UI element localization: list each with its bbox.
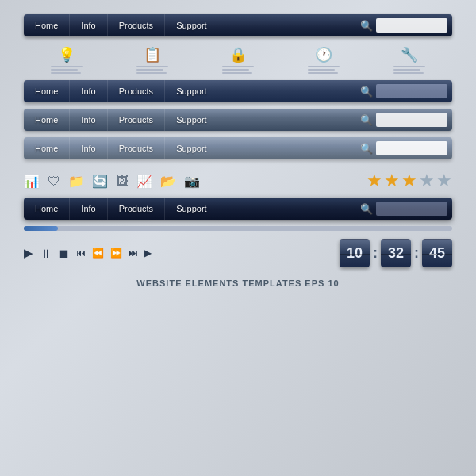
nav-info-3[interactable]: Info bbox=[70, 109, 107, 131]
wrench-icon: 🔧 bbox=[401, 46, 418, 63]
skip-back-button[interactable]: ⏮ bbox=[76, 248, 86, 259]
icon-lines-4 bbox=[308, 66, 340, 74]
progress-fill bbox=[24, 226, 58, 231]
nav-bar-4: Home Info Products Support 🔍 bbox=[24, 137, 452, 159]
fast-forward-button[interactable]: ⏩ bbox=[110, 248, 122, 259]
cd-sep-2: : bbox=[414, 245, 419, 262]
line bbox=[51, 72, 81, 74]
icon-row-2: 📊 🛡 📁 🔄 🖼 📈 📂 📷 bbox=[24, 169, 367, 193]
icon-group-clock: 🕐 bbox=[308, 46, 340, 74]
nav-home-5[interactable]: Home bbox=[24, 198, 70, 220]
icon-lines-2 bbox=[136, 66, 168, 74]
star-rating: ★ ★ ★ ★ ★ bbox=[367, 171, 452, 191]
lock-icon: 🔒 bbox=[229, 46, 247, 63]
nav-support-1[interactable]: Support bbox=[165, 14, 218, 36]
search-input-5[interactable] bbox=[376, 202, 447, 216]
nav-search-2: 🔍 bbox=[360, 84, 452, 98]
nav-products-4[interactable]: Products bbox=[108, 137, 165, 159]
star-4: ★ bbox=[419, 171, 435, 191]
nav-bar-1: Home Info Products Support 🔍 bbox=[24, 14, 452, 36]
nav-bar-2: Home Info Products Support 🔍 bbox=[24, 80, 452, 102]
line bbox=[136, 69, 163, 71]
nav-search-5: 🔍 bbox=[360, 202, 452, 216]
line bbox=[51, 66, 83, 67]
icon-lines-3 bbox=[222, 66, 254, 74]
search-input-4[interactable] bbox=[376, 141, 447, 155]
progress-bar[interactable] bbox=[24, 226, 452, 231]
nav-products-1[interactable]: Products bbox=[108, 14, 165, 36]
graph-icon: 📈 bbox=[136, 174, 152, 189]
icon-group-wrench: 🔧 bbox=[393, 46, 425, 74]
nav-home-1[interactable]: Home bbox=[24, 14, 70, 36]
icon-group-lock: 🔒 bbox=[222, 46, 254, 74]
player-controls: ▶ ⏸ ⏹ ⏮ ⏪ ⏩ ⏭ ▶ bbox=[24, 246, 152, 260]
search-input-1[interactable] bbox=[376, 18, 447, 33]
skip-forward-button[interactable]: ⏭ bbox=[129, 248, 138, 259]
nav-search-3: 🔍 bbox=[360, 113, 452, 127]
line bbox=[51, 69, 78, 71]
nav-support-5[interactable]: Support bbox=[165, 198, 218, 220]
play2-button[interactable]: ▶ bbox=[144, 248, 152, 259]
countdown-minutes: 32 bbox=[381, 239, 411, 267]
folder-icon: 📁 bbox=[68, 174, 84, 189]
nav-home-3[interactable]: Home bbox=[24, 109, 70, 131]
camera-icon: 📷 bbox=[184, 174, 200, 189]
nav-info-5[interactable]: Info bbox=[70, 198, 107, 220]
countdown-seconds: 45 bbox=[422, 239, 452, 267]
line bbox=[222, 72, 252, 74]
countdown-hours: 10 bbox=[340, 239, 370, 267]
cd-sep-1: : bbox=[373, 245, 378, 262]
nav-items-1: Home Info Products Support bbox=[24, 14, 360, 36]
refresh-icon: 🔄 bbox=[92, 174, 108, 189]
nav-items-5: Home Info Products Support bbox=[24, 198, 360, 220]
line bbox=[393, 72, 424, 74]
nav-info-4[interactable]: Info bbox=[70, 137, 107, 159]
nav-home-4[interactable]: Home bbox=[24, 137, 70, 159]
nav-products-2[interactable]: Products bbox=[108, 80, 165, 102]
line bbox=[222, 69, 249, 71]
nav-products-3[interactable]: Products bbox=[108, 109, 165, 131]
image-icon: 🖼 bbox=[116, 175, 129, 189]
clock-icon: 🕐 bbox=[315, 46, 332, 63]
nav-items-3: Home Info Products Support bbox=[24, 109, 360, 131]
icon-lines-5 bbox=[393, 66, 425, 74]
countdown-timer: 10 : 32 : 45 bbox=[340, 239, 452, 267]
line bbox=[308, 66, 340, 67]
icon-row-1: 💡 📋 🔒 🕐 🔧 bbox=[24, 40, 452, 79]
nav-search-1: 🔍 bbox=[360, 18, 452, 33]
bulb-icon: 💡 bbox=[58, 46, 75, 63]
nav-home-2[interactable]: Home bbox=[24, 80, 70, 102]
rewind-button[interactable]: ⏪ bbox=[92, 248, 104, 259]
play-button[interactable]: ▶ bbox=[24, 246, 33, 260]
line bbox=[136, 66, 168, 67]
nav-items-2: Home Info Products Support bbox=[24, 80, 360, 102]
nav-support-3[interactable]: Support bbox=[165, 109, 218, 131]
icon-group-doc: 📋 bbox=[136, 46, 168, 74]
line bbox=[308, 72, 338, 74]
player-row: ▶ ⏸ ⏹ ⏮ ⏪ ⏩ ⏭ ▶ 10 : 32 : 45 bbox=[24, 236, 452, 274]
nav-info-2[interactable]: Info bbox=[70, 80, 107, 102]
line bbox=[222, 66, 254, 67]
star-5: ★ bbox=[436, 171, 452, 191]
nav-support-4[interactable]: Support bbox=[165, 137, 218, 159]
search-icon-3: 🔍 bbox=[360, 114, 373, 126]
nav-items-4: Home Info Products Support bbox=[24, 137, 360, 159]
stop-button[interactable]: ⏹ bbox=[58, 247, 70, 260]
icon-group-bulb: 💡 bbox=[51, 46, 83, 74]
line bbox=[308, 69, 335, 71]
icon-star-row: 📊 🛡 📁 🔄 🖼 📈 📂 📷 ★ ★ ★ ★ ★ bbox=[24, 163, 452, 198]
icon-lines-1 bbox=[51, 66, 83, 74]
pause-button[interactable]: ⏸ bbox=[40, 247, 52, 260]
shield-icon: 🛡 bbox=[48, 175, 60, 189]
search-input-2[interactable] bbox=[376, 84, 447, 98]
chart-icon: 📊 bbox=[24, 174, 40, 189]
search-input-3[interactable] bbox=[376, 113, 447, 127]
nav-products-5[interactable]: Products bbox=[108, 198, 165, 220]
search-icon-2: 🔍 bbox=[360, 86, 373, 98]
footer-text: WEBSITE ELEMENTS TEMPLATES EPS 10 bbox=[136, 278, 339, 288]
nav-support-2[interactable]: Support bbox=[165, 80, 218, 102]
nav-search-4: 🔍 bbox=[360, 141, 452, 155]
line bbox=[393, 69, 420, 71]
line bbox=[393, 66, 425, 67]
nav-info-1[interactable]: Info bbox=[70, 14, 107, 36]
